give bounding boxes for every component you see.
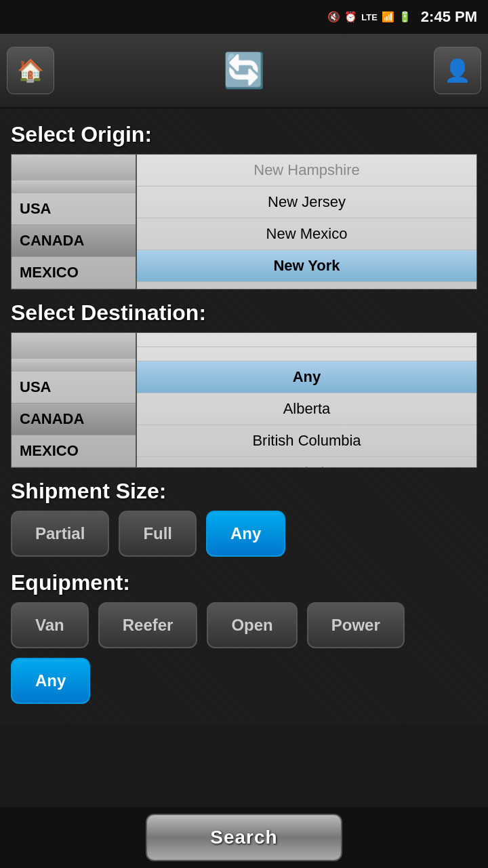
destination-bc[interactable]: British Columbia bbox=[137, 425, 476, 457]
origin-country-list[interactable]: USA CANADA MEXICO bbox=[12, 155, 137, 289]
logo: 🔄 bbox=[214, 40, 274, 101]
destination-canada[interactable]: CANADA bbox=[12, 403, 136, 435]
user-button[interactable]: 👤 bbox=[434, 47, 481, 94]
equipment-open-button[interactable]: Open bbox=[207, 602, 297, 648]
main-content: Select Origin: USA CANADA MEXICO New Ham… bbox=[0, 108, 488, 724]
dest-spacer1 bbox=[137, 333, 476, 347]
clock: 2:45 PM bbox=[421, 8, 477, 26]
destination-any[interactable]: Any bbox=[137, 361, 476, 393]
dest-left-spacer1 bbox=[12, 333, 136, 359]
origin-label: Select Origin: bbox=[11, 122, 477, 147]
destination-picker[interactable]: USA CANADA MEXICO Any Alberta British Co… bbox=[11, 332, 477, 468]
shipment-full-button[interactable]: Full bbox=[119, 511, 197, 557]
origin-usa[interactable]: USA bbox=[12, 193, 136, 225]
status-icons: 🔇 ⏰ LTE 📶 🔋 2:45 PM bbox=[327, 8, 477, 26]
origin-new-hampshire[interactable]: New Hampshire bbox=[137, 155, 476, 186]
dest-spacer2 bbox=[137, 347, 476, 361]
destination-label: Select Destination: bbox=[11, 300, 477, 326]
destination-country-list[interactable]: USA CANADA MEXICO bbox=[12, 333, 137, 467]
refresh-icon: 🔄 bbox=[223, 51, 265, 90]
origin-new-jersey[interactable]: New Jersey bbox=[137, 186, 476, 218]
origin-left-spacer1 bbox=[12, 155, 136, 180]
user-icon: 👤 bbox=[444, 58, 471, 83]
battery-icon: 🔋 bbox=[399, 11, 411, 23]
shipment-size-label: Shipment Size: bbox=[11, 479, 477, 504]
destination-alberta[interactable]: Alberta bbox=[137, 393, 476, 425]
top-nav: 🏠 🔄 👤 bbox=[0, 34, 488, 108]
equipment-reefer-button[interactable]: Reefer bbox=[98, 602, 198, 648]
mute-icon: 🔇 bbox=[327, 11, 340, 23]
search-button-wrap: Search bbox=[0, 807, 488, 868]
shipment-size-buttons: Partial Full Any bbox=[11, 511, 477, 557]
search-button[interactable]: Search bbox=[146, 814, 342, 861]
origin-new-mexico[interactable]: New Mexico bbox=[137, 218, 476, 250]
alarm-icon: ⏰ bbox=[344, 11, 357, 23]
equipment-power-button[interactable]: Power bbox=[307, 602, 405, 648]
destination-manitoba[interactable]: Manitoba bbox=[137, 457, 476, 467]
shipment-any-button[interactable]: Any bbox=[206, 511, 285, 557]
origin-mexico[interactable]: MEXICO bbox=[12, 257, 136, 289]
origin-new-york[interactable]: New York bbox=[137, 250, 476, 282]
equipment-any-button[interactable]: Any bbox=[11, 658, 90, 704]
origin-north-carolina[interactable]: North Carolina bbox=[137, 282, 476, 289]
equipment-buttons: Van Reefer Open Power Any bbox=[11, 602, 477, 704]
dest-left-spacer2 bbox=[12, 359, 136, 372]
equipment-label: Equipment: bbox=[11, 570, 477, 595]
home-icon: 🏠 bbox=[17, 58, 44, 83]
lte-icon: LTE bbox=[361, 12, 378, 22]
destination-state-list[interactable]: Any Alberta British Columbia Manitoba bbox=[137, 333, 476, 467]
shipment-partial-button[interactable]: Partial bbox=[11, 511, 109, 557]
status-bar: 🔇 ⏰ LTE 📶 🔋 2:45 PM bbox=[0, 0, 488, 34]
equipment-van-button[interactable]: Van bbox=[11, 602, 89, 648]
destination-usa[interactable]: USA bbox=[12, 372, 136, 403]
home-button[interactable]: 🏠 bbox=[7, 47, 54, 94]
origin-canada[interactable]: CANADA bbox=[12, 225, 136, 257]
origin-picker[interactable]: USA CANADA MEXICO New Hampshire New Jers… bbox=[11, 154, 477, 290]
signal-icon: 📶 bbox=[382, 11, 394, 23]
origin-left-spacer2 bbox=[12, 180, 136, 193]
destination-mexico[interactable]: MEXICO bbox=[12, 435, 136, 467]
origin-state-list[interactable]: New Hampshire New Jersey New Mexico New … bbox=[137, 155, 476, 289]
